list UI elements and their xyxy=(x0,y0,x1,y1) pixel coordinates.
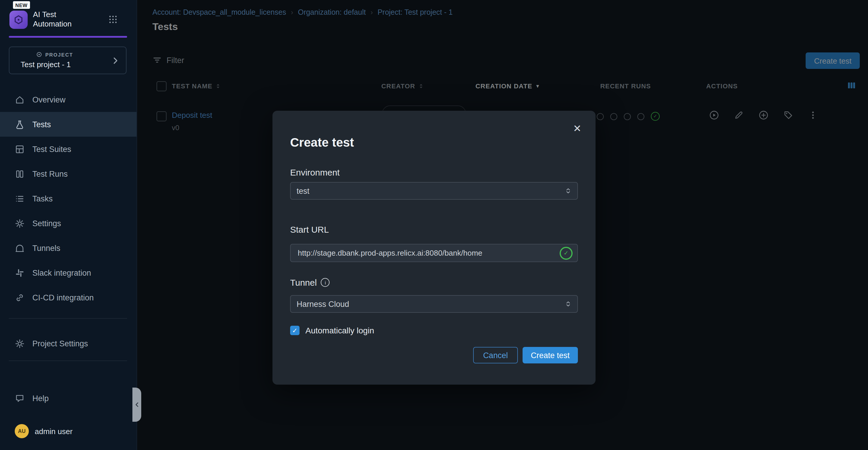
sidebar-divider xyxy=(9,318,127,319)
project-icon xyxy=(36,51,42,58)
sidebar-item-tunnels[interactable]: Tunnels xyxy=(0,235,136,260)
project-selector-label-row: PROJECT xyxy=(36,51,120,58)
tunnel-value: Harness Cloud xyxy=(297,300,349,308)
home-icon xyxy=(15,94,25,105)
sidebar-item-slack-integration[interactable]: Slack integration xyxy=(0,260,136,285)
app-title-line1: AI Test xyxy=(33,10,72,20)
sidebar: NEW AI Test Automation PROJECT Test proj… xyxy=(0,0,137,450)
select-stepper-icon xyxy=(565,187,571,195)
start-url-field-wrap: ✓ xyxy=(290,244,578,262)
modal-title: Create test xyxy=(290,136,578,150)
auto-login-checkbox[interactable]: ✓ xyxy=(290,326,300,335)
modal-create-test-button[interactable]: Create test xyxy=(523,347,578,363)
select-stepper-icon xyxy=(565,300,571,308)
sidebar-item-tests[interactable]: Tests xyxy=(0,112,136,137)
environment-label: Environment xyxy=(290,167,578,177)
url-valid-check-icon: ✓ xyxy=(560,247,572,259)
sidebar-item-label: Project Settings xyxy=(32,339,88,348)
cancel-button[interactable]: Cancel xyxy=(473,347,518,363)
environment-value: test xyxy=(297,187,310,195)
sidebar-item-label: Tests xyxy=(32,120,51,129)
slack-icon xyxy=(15,268,25,278)
tunnel-icon xyxy=(15,243,25,253)
logo-hexagon-icon xyxy=(13,15,24,25)
chevron-right-icon xyxy=(111,56,120,65)
tunnel-label-row: Tunnel i xyxy=(290,277,578,287)
close-icon[interactable]: ✕ xyxy=(571,120,584,137)
sidebar-item-test-runs[interactable]: Test Runs xyxy=(0,161,136,186)
start-url-label: Start URL xyxy=(290,224,578,234)
modal-buttons: Cancel Create test xyxy=(290,347,578,363)
sidebar-collapse-handle[interactable] xyxy=(132,388,141,422)
app-screen: Account: Devspace_all_module_licenses › … xyxy=(0,0,868,450)
tunnel-select[interactable]: Harness Cloud xyxy=(290,295,578,313)
auto-login-row[interactable]: ✓ Automatically login xyxy=(290,326,578,335)
columns-icon xyxy=(15,169,25,179)
flask-icon xyxy=(15,119,25,129)
info-icon[interactable]: i xyxy=(321,278,330,287)
sidebar-item-label: Help xyxy=(32,394,49,402)
help-chat-icon xyxy=(15,393,25,403)
sidebar-item-label: CI-CD integration xyxy=(32,293,94,302)
chevron-left-icon xyxy=(134,401,140,408)
auto-login-label: Automatically login xyxy=(305,326,374,335)
sidebar-item-help[interactable]: Help xyxy=(0,386,136,411)
gear-icon xyxy=(15,338,25,348)
app-title-line2: Automation xyxy=(33,20,72,29)
tunnel-label: Tunnel xyxy=(290,277,317,287)
sidebar-item-cicd-integration[interactable]: CI-CD integration xyxy=(0,285,136,310)
grid-icon xyxy=(15,144,25,154)
gear-icon xyxy=(15,218,25,228)
sidebar-divider xyxy=(9,361,127,361)
user-name: admin user xyxy=(35,427,73,435)
sidebar-item-label: Tunnels xyxy=(32,244,60,252)
new-badge: NEW xyxy=(13,1,30,9)
app-title: AI Test Automation xyxy=(33,10,72,29)
sidebar-item-settings[interactable]: Settings xyxy=(0,211,136,235)
sidebar-item-label: Test Suites xyxy=(32,145,71,153)
sidebar-item-tasks[interactable]: Tasks xyxy=(0,186,136,211)
sidebar-item-label: Slack integration xyxy=(32,268,91,277)
start-url-input[interactable] xyxy=(290,244,578,262)
app-logo xyxy=(9,10,28,29)
user-menu[interactable]: AU admin user xyxy=(0,419,136,444)
avatar: AU xyxy=(15,424,29,438)
sidebar-item-label: Settings xyxy=(32,219,61,228)
sidebar-nav: Overview Tests Test Suites Test Runs Tas… xyxy=(0,87,136,310)
sidebar-item-label: Tasks xyxy=(32,194,53,203)
sidebar-item-project-settings[interactable]: Project Settings xyxy=(0,331,136,356)
project-name: Test project - 1 xyxy=(21,60,120,69)
environment-select[interactable]: test xyxy=(290,182,578,200)
brand-accent-line xyxy=(9,36,127,37)
project-label-text: PROJECT xyxy=(45,52,73,57)
sidebar-item-test-suites[interactable]: Test Suites xyxy=(0,137,136,161)
create-test-modal: ✕ Create test Environment test Start URL… xyxy=(273,111,595,385)
apps-grid-icon[interactable] xyxy=(108,15,118,24)
link-icon xyxy=(15,292,25,303)
list-icon xyxy=(15,194,25,203)
sidebar-item-overview[interactable]: Overview xyxy=(0,87,136,112)
sidebar-item-label: Overview xyxy=(32,95,66,104)
project-selector[interactable]: PROJECT Test project - 1 xyxy=(9,47,126,74)
sidebar-item-label: Test Runs xyxy=(32,169,68,178)
